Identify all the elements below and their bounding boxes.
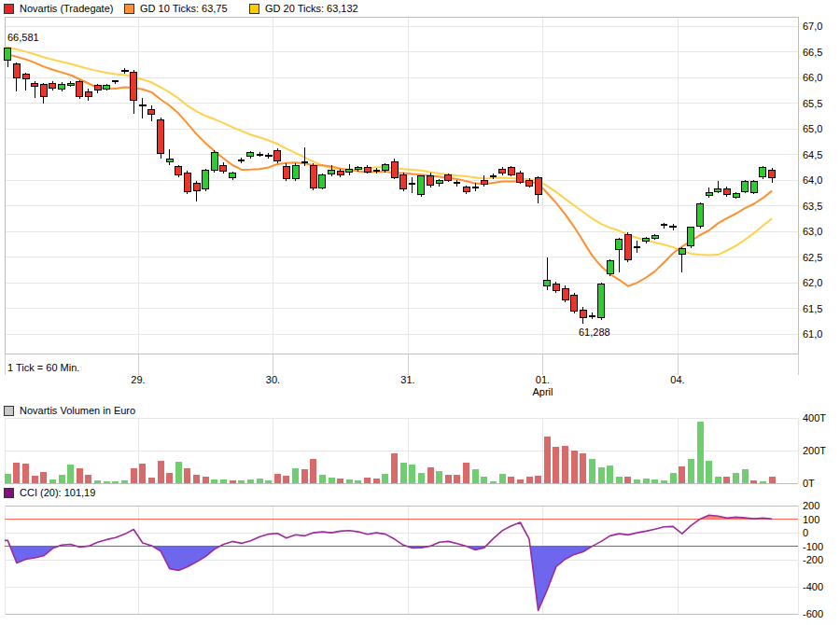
legend-item-gd20: GD 20 Ticks: 63,132 <box>249 3 358 14</box>
low-annotation: 61,288 <box>579 326 610 338</box>
cci-line <box>5 515 772 610</box>
cci-legend: CCI (20): 101,19 <box>4 486 95 499</box>
svg-text:61,0: 61,0 <box>803 328 822 340</box>
svg-text:63,5: 63,5 <box>803 201 822 212</box>
chart-window: 67,066,566,065,565,064,564,063,563,062,5… <box>0 0 840 625</box>
cci-legend-label: CCI (20): 101,19 <box>20 487 95 498</box>
svg-text:63,0: 63,0 <box>803 226 822 237</box>
novartis-legend-label: Novartis (Tradegate) <box>20 3 113 14</box>
date-axis: 29.30.31.01.04.April1 Tick = 60 Min. <box>5 354 798 397</box>
svg-text:200T: 200T <box>803 445 826 456</box>
svg-text:64,0: 64,0 <box>803 174 822 186</box>
cci-negative-fill <box>10 547 58 563</box>
tick-footnote: 1 Tick = 60 Min. <box>7 362 79 373</box>
volume-legend: Novartis Volumen in Euro <box>4 404 135 417</box>
svg-text:0: 0 <box>803 527 808 538</box>
cci-y-axis-labels: 2001000-100-200-400-600 <box>803 500 823 619</box>
gd20-swatch <box>249 4 259 14</box>
volume-y-axis-labels: 400T200T0T <box>803 412 826 489</box>
price-y-axis-labels: 67,066,566,065,565,064,564,063,563,062,5… <box>803 21 822 340</box>
chart-canvas: 67,066,566,065,565,064,564,063,563,062,5… <box>0 0 840 625</box>
svg-text:-100: -100 <box>803 541 823 552</box>
novartis-swatch <box>4 4 14 14</box>
svg-text:April: April <box>532 386 553 397</box>
svg-text:62,5: 62,5 <box>803 252 822 263</box>
volume-pane: 400T200T0T <box>5 412 827 489</box>
svg-text:31.: 31. <box>400 374 414 385</box>
svg-text:04.: 04. <box>670 374 684 385</box>
gd20-legend-label: GD 20 Ticks: 63,132 <box>265 3 358 14</box>
gd10-swatch <box>124 4 134 14</box>
svg-text:0T: 0T <box>803 478 815 489</box>
svg-text:66,5: 66,5 <box>803 47 822 58</box>
gd10-legend-label: GD 10 Ticks: 63,75 <box>140 3 228 14</box>
gd20-line <box>5 48 772 256</box>
price-pane: 67,066,566,065,565,064,564,063,563,062,5… <box>5 17 823 354</box>
cci-negative-fill <box>530 547 592 611</box>
svg-text:400T: 400T <box>803 412 826 424</box>
svg-text:100: 100 <box>803 514 819 525</box>
svg-text:64,5: 64,5 <box>803 149 822 160</box>
cci-swatch <box>4 488 14 498</box>
svg-text:-200: -200 <box>803 554 823 565</box>
legend-item-novartis: Novartis (Tradegate) <box>4 3 113 14</box>
svg-text:67,0: 67,0 <box>803 21 822 32</box>
svg-text:200: 200 <box>803 500 819 511</box>
svg-text:-400: -400 <box>803 581 823 592</box>
high-annotation: 66,581 <box>7 32 39 43</box>
svg-text:65,0: 65,0 <box>803 123 822 134</box>
cci-pane: 2001000-100-200-400-600 <box>5 500 823 619</box>
volume-swatch <box>4 406 14 416</box>
svg-text:01.: 01. <box>536 374 550 385</box>
volume-bars <box>5 422 776 483</box>
volume-legend-label: Novartis Volumen in Euro <box>20 405 135 416</box>
svg-text:-600: -600 <box>803 608 823 619</box>
svg-text:30.: 30. <box>266 374 280 385</box>
svg-text:61,5: 61,5 <box>803 303 822 314</box>
svg-text:29.: 29. <box>131 374 145 385</box>
svg-text:66,0: 66,0 <box>803 72 822 83</box>
svg-text:62,0: 62,0 <box>803 277 822 288</box>
svg-text:65,5: 65,5 <box>803 98 822 109</box>
legend-item-gd10: GD 10 Ticks: 63,75 <box>124 3 228 14</box>
